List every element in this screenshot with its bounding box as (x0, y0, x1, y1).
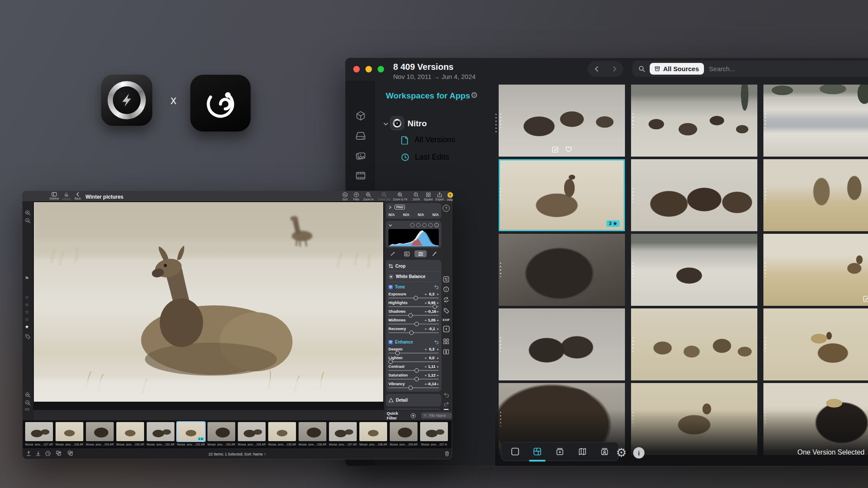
slider-knob[interactable] (409, 331, 414, 335)
sidebar-item-nitro[interactable]: Nitro (408, 119, 427, 128)
grid-photo-bison-group[interactable] (631, 159, 757, 231)
slider-midtones[interactable]: Midtones ◀1,05▶ (388, 318, 439, 326)
grid-photo-bison-sparring[interactable] (499, 308, 625, 380)
channel-dot[interactable] (428, 223, 433, 227)
slider-knob[interactable] (408, 313, 413, 318)
rating-star-5-icon[interactable]: ★ (25, 324, 31, 329)
slider-knob[interactable] (414, 377, 419, 381)
sync-info-icon[interactable] (443, 296, 450, 303)
grid-photo-elk-lying-snow-selected[interactable]: 3 ★ (499, 159, 625, 231)
tone-reset-icon[interactable] (434, 285, 439, 289)
tab-brush-icon[interactable] (428, 250, 441, 257)
faces-view-button[interactable] (597, 444, 612, 459)
search-input[interactable] (708, 65, 868, 73)
filmstrip-thumb[interactable] (147, 422, 174, 441)
redo-icon[interactable] (443, 400, 450, 407)
grid-photo-bison-snowfield[interactable] (631, 234, 757, 306)
increment-arrow[interactable]: ▶ (437, 310, 439, 313)
decrement-arrow[interactable]: ◀ (424, 365, 426, 368)
increment-arrow[interactable]: ▶ (437, 301, 439, 304)
slider-lighten[interactable]: Lighten ◀0,0▶ (388, 355, 439, 364)
info-circle-icon[interactable] (443, 286, 450, 293)
increment-arrow[interactable]: ▶ (437, 348, 439, 350)
rating-star-4-icon[interactable]: ☆ (25, 317, 31, 322)
histogram-more-icon[interactable]: … (434, 223, 439, 227)
filmstrip-thumb[interactable] (299, 422, 326, 441)
increment-arrow[interactable]: ▶ (437, 319, 439, 321)
view-single-button[interactable] (508, 444, 523, 459)
help-button[interactable]: ? Help (443, 192, 457, 201)
exif-label[interactable]: EXIF (443, 316, 450, 323)
enhance-enabled-checkbox[interactable] (388, 340, 393, 344)
rating-star-2-icon[interactable]: ☆ (25, 302, 31, 307)
settings-gear-icon[interactable]: ⚙ (616, 447, 627, 459)
increment-arrow[interactable]: ▶ (437, 293, 439, 295)
zoom-out-icon[interactable] (25, 218, 31, 223)
increment-arrow[interactable]: ▶ (437, 357, 439, 359)
slider-highlights[interactable]: Highlights ◀0,95▶ (388, 300, 439, 309)
slider-contrast[interactable]: Contrast ◀1,11▶ (388, 364, 439, 373)
search-bar[interactable]: All Sources (632, 61, 868, 77)
slider-exposure[interactable]: Exposure ◀0,3▶ (388, 291, 439, 300)
heart-icon[interactable] (565, 146, 572, 153)
grid-photo-elk-golden-field[interactable] (763, 234, 868, 306)
channel-dot[interactable] (410, 223, 414, 227)
edit-icon[interactable] (863, 295, 868, 302)
filter-funnel-icon[interactable] (411, 413, 416, 419)
zoom-button[interactable] (378, 66, 384, 72)
grid-photo-elk-herd[interactable] (631, 308, 757, 380)
grid-view-icon[interactable] (443, 338, 450, 345)
grid-photo-winter-river[interactable] (763, 85, 868, 157)
decrement-arrow[interactable]: ◀ (424, 319, 426, 321)
increment-arrow[interactable]: ▶ (437, 328, 439, 330)
decrement-arrow[interactable]: ◀ (424, 301, 426, 304)
chevron-down-icon[interactable] (388, 223, 392, 227)
workspace-gear-icon[interactable]: ⚙ (470, 90, 478, 100)
channel-dot[interactable] (422, 223, 427, 227)
disclosure-chevron-icon[interactable] (388, 206, 392, 209)
filmstrip-thumb[interactable] (207, 422, 235, 441)
tag-icon[interactable] (25, 334, 31, 339)
info-button[interactable]: i (633, 447, 644, 459)
decrement-arrow[interactable]: ◀ (424, 348, 426, 350)
slider-deepen[interactable]: Deepen ◀0,3▶ (388, 347, 439, 355)
close-button[interactable] (353, 66, 360, 72)
section-crop[interactable]: Crop (388, 262, 439, 271)
grid-photo-moose-portrait[interactable] (499, 234, 625, 306)
adjustments-panel-icon[interactable] (443, 276, 450, 283)
section-enhance[interactable]: Enhance (388, 337, 439, 347)
film-icon[interactable] (355, 170, 366, 181)
help-circle-icon[interactable]: ? (443, 205, 450, 212)
increment-arrow[interactable]: ▶ (437, 383, 439, 385)
back-icon[interactable] (594, 66, 600, 72)
filmstrip-thumb[interactable] (268, 422, 296, 441)
tab-metadata-icon[interactable] (401, 250, 413, 257)
photo-canvas[interactable] (33, 201, 384, 410)
section-tone[interactable]: Tone (388, 282, 439, 291)
pane-resize-handle[interactable] (495, 114, 497, 133)
slider-knob[interactable] (408, 386, 413, 390)
map-view-button[interactable] (575, 444, 590, 459)
decrement-arrow[interactable]: ◀ (424, 328, 426, 330)
zoom-in-button[interactable]: Zoom In (361, 192, 376, 201)
increment-arrow[interactable]: ▶ (437, 365, 439, 368)
nitro-workspace-icon[interactable] (390, 116, 404, 130)
tag-icon[interactable] (443, 307, 450, 314)
slider-knob[interactable] (395, 351, 400, 355)
decrement-arrow[interactable]: ◀ (424, 310, 426, 313)
decrement-arrow[interactable]: ◀ (424, 374, 426, 377)
sidebar-item-last-edits[interactable]: Last Edits (401, 153, 449, 162)
view-mosaic-button[interactable] (530, 444, 545, 459)
file-name-filter-input[interactable] (428, 413, 449, 418)
filmstrip-thumb[interactable] (25, 422, 53, 441)
zoom-in-icon[interactable] (25, 210, 31, 216)
filmstrip-thumb[interactable] (56, 422, 83, 441)
undo-icon[interactable] (443, 391, 450, 398)
decrement-arrow[interactable]: ◀ (424, 293, 426, 295)
filmstrip-thumb[interactable] (116, 422, 144, 441)
decrement-arrow[interactable]: ◀ (424, 357, 426, 359)
filmstrip-thumb[interactable] (359, 422, 387, 441)
decrement-arrow[interactable]: ◀ (424, 383, 426, 385)
section-detail[interactable]: Detail (388, 396, 439, 405)
grid-photo-moose-lying[interactable] (763, 308, 868, 380)
